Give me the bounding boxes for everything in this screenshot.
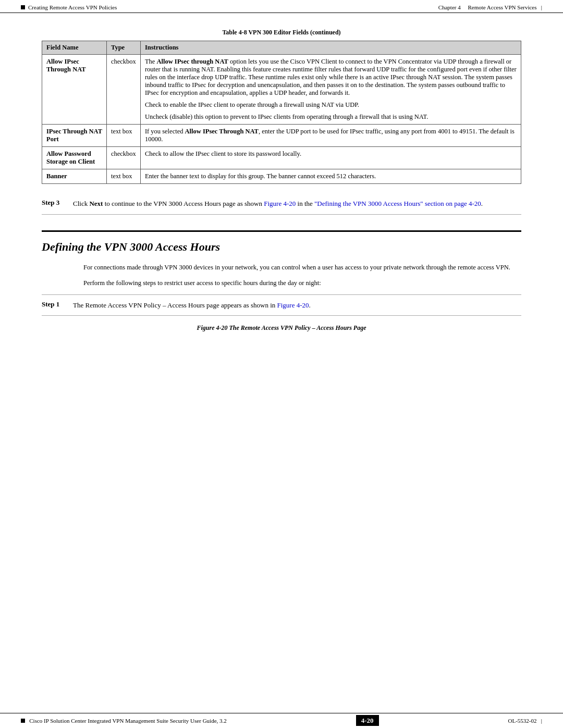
step1-container: Step 1 The Remote Access VPN Policy – Ac… (42, 294, 521, 316)
col-field-name: Field Name (42, 41, 107, 55)
table-row: IPsec Through NATPort text box If you se… (42, 125, 521, 147)
step3-link-section[interactable]: "Defining the VPN 3000 Access Hours" sec… (314, 200, 481, 207)
step1-label: Step 1 (42, 300, 68, 311)
header-breadcrumb: Creating Remote Access VPN Policies (21, 4, 117, 10)
section-para2: Perform the following steps to restrict … (83, 278, 521, 288)
step3-link-figure[interactable]: Figure 4-20 (264, 200, 296, 207)
field-banner: Banner (42, 169, 107, 184)
figure-caption: Figure 4-20 The Remote Access VPN Policy… (42, 324, 521, 332)
main-content: Table 4-8 VPN 300 Editor Fields (continu… (0, 13, 563, 363)
section-para1: For connections made through VPN 3000 de… (83, 262, 521, 273)
step3-container: Step 3 Click Next to continue to the VPN… (42, 193, 521, 215)
step1-link-figure[interactable]: Figure 4-20 (277, 301, 309, 309)
col-type: Type (106, 41, 140, 55)
page-header: Creating Remote Access VPN Policies Chap… (0, 0, 563, 13)
footer-separator: | (541, 718, 542, 724)
step3-label: Step 3 (42, 199, 68, 209)
header-left-text: Creating Remote Access VPN Policies (28, 4, 117, 10)
page-footer: Cisco IP Solution Center Integrated VPN … (0, 713, 563, 728)
section-body: For connections made through VPN 3000 de… (83, 262, 521, 288)
footer-left: Cisco IP Solution Center Integrated VPN … (21, 718, 227, 724)
table-header-row: Field Name Type Instructions (42, 41, 521, 55)
step3-text: Click Next to continue to the VPN 3000 A… (73, 199, 483, 209)
footer-right-text: OL-5532-02 (508, 718, 537, 724)
type-textbox-1: text box (106, 125, 140, 147)
header-chapter-title: Remote Access VPN Services (468, 4, 536, 10)
table-row: Allow IPsecThrough NAT checkbox The Allo… (42, 55, 521, 125)
field-allow-ipsec: Allow IPsecThrough NAT (42, 55, 107, 125)
instructions-banner: Enter the banner text to display for thi… (140, 169, 521, 184)
section-heading: Defining the VPN 3000 Access Hours (42, 230, 521, 254)
step1-text: The Remote Access VPN Policy – Access Ho… (73, 300, 311, 311)
col-instructions: Instructions (140, 41, 521, 55)
table-caption: Table 4-8 VPN 300 Editor Fields (continu… (42, 29, 521, 36)
table-row: Banner text box Enter the banner text to… (42, 169, 521, 184)
header-separator: | (541, 4, 542, 10)
footer-page-num-container: 4-20 (356, 717, 379, 725)
type-checkbox-1: checkbox (106, 55, 140, 125)
step3-bold-next: Next (89, 200, 103, 207)
table-row: Allow PasswordStorage on Client checkbox… (42, 147, 521, 169)
instructions-allow-ipsec: The Allow IPsec through NAT option lets … (140, 55, 521, 125)
field-allow-password: Allow PasswordStorage on Client (42, 147, 107, 169)
header-chapter: Chapter 4 Remote Access VPN Services | (438, 4, 542, 10)
footer-left-text: Cisco IP Solution Center Integrated VPN … (29, 718, 227, 724)
footer-page-num: 4-20 (356, 715, 379, 726)
footer-right: OL-5532-02 | (508, 718, 542, 724)
field-ipsec-nat-port: IPsec Through NATPort (42, 125, 107, 147)
footer-square-icon (21, 719, 25, 723)
type-checkbox-2: checkbox (106, 147, 140, 169)
header-square-icon (21, 5, 25, 9)
instructions-allow-password: Check to allow the IPsec client to store… (140, 147, 521, 169)
type-textbox-2: text box (106, 169, 140, 184)
header-chapter-label: Chapter 4 (438, 4, 461, 10)
instructions-ipsec-nat-port: If you selected Allow IPsec Through NAT,… (140, 125, 521, 147)
vpn-fields-table: Field Name Type Instructions Allow IPsec… (42, 41, 521, 184)
